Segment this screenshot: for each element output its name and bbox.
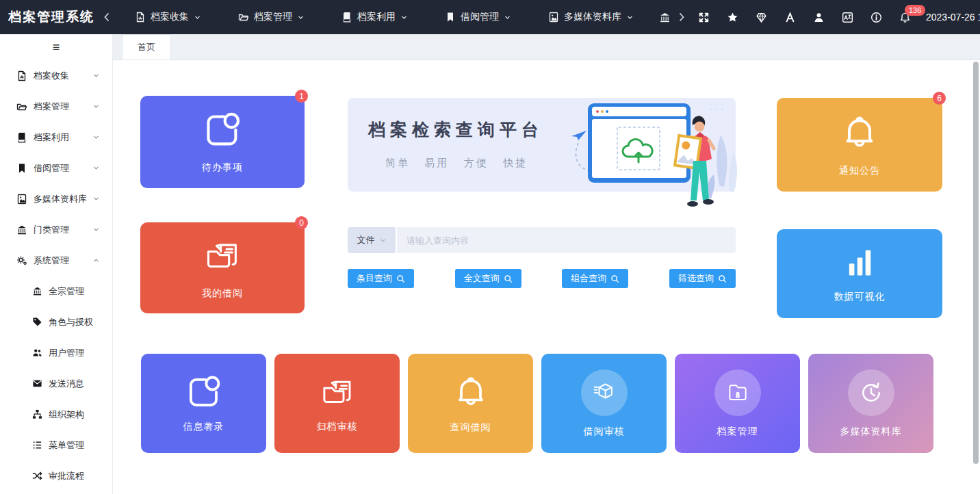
menu-label: 档案利用 — [357, 11, 396, 23]
icon-circle — [581, 369, 628, 416]
todo-items-card[interactable]: 待办事项 1 — [140, 96, 305, 188]
notice-announcement-card[interactable]: 通知公告 6 — [777, 98, 942, 192]
search-input[interactable] — [397, 227, 736, 253]
folder-lock-icon — [724, 379, 751, 406]
folder-open-icon — [16, 101, 27, 112]
main-menu: 档案收集 档案管理 档案利用 借阅管理 多媒体资料库 — [116, 0, 672, 34]
media-file-icon — [548, 12, 559, 23]
chevron-down-icon — [92, 72, 100, 79]
shortcut-info-entry[interactable]: 信息著录 — [141, 354, 266, 453]
sidebar-item-multimedia[interactable]: 多媒体资料库 — [0, 183, 112, 214]
menu-borrow-manage[interactable]: 借阅管理 — [426, 0, 530, 34]
list-icon — [32, 440, 42, 450]
sidebar-item-archive-collect[interactable]: 档案收集 — [0, 60, 112, 91]
my-borrow-card[interactable]: 我的借阅 0 — [140, 222, 305, 313]
sidebar-item-send-message[interactable]: 发送消息 — [0, 368, 112, 399]
chevron-down-icon — [400, 14, 408, 21]
menu-scroll-left-button[interactable] — [97, 12, 116, 23]
bank-icon — [659, 12, 671, 23]
menu-label: 档案收集 — [151, 11, 189, 23]
scrollbar-thumb[interactable] — [973, 62, 979, 464]
search-icon — [396, 274, 405, 283]
data-visualization-card[interactable]: 数据可视化 — [777, 229, 942, 318]
book-icon — [341, 12, 352, 23]
chevron-up-icon — [92, 257, 100, 264]
chevron-down-icon — [92, 226, 100, 233]
chevron-down-icon — [194, 14, 201, 21]
sidebar-item-category-manage[interactable]: 门类管理 — [0, 214, 112, 245]
sidebar-item-borrow-manage[interactable]: 借阅管理 — [0, 153, 112, 183]
menu-category-partial[interactable] — [652, 0, 672, 34]
todo-icon — [201, 111, 244, 151]
translate-icon — [842, 12, 853, 23]
favorite-button[interactable] — [727, 12, 738, 23]
gem-icon — [756, 12, 767, 23]
mail-icon — [32, 378, 42, 389]
entry-search-button[interactable]: 条目查询 — [348, 269, 414, 288]
sidebar-collapse-toggle[interactable]: ≡ — [0, 34, 112, 60]
top-navbar: 档案管理系统 档案收集 档案管理 档案利用 借阅管理 — [0, 0, 980, 34]
sidebar-item-user-manage[interactable]: 用户管理 — [0, 337, 112, 368]
shortcut-archive-manage[interactable]: 档案管理 — [675, 354, 800, 453]
banner-title: 档案检索查询平台 — [368, 118, 543, 141]
menu-multimedia[interactable]: 多媒体资料库 — [530, 0, 652, 34]
chevron-down-icon — [92, 195, 100, 203]
search-icon — [504, 274, 513, 283]
archive-management-app: 档案管理系统 档案收集 档案管理 档案利用 借阅管理 — [0, 0, 980, 494]
sidebar-item-archive-manage[interactable]: 档案管理 — [0, 91, 112, 122]
todo-count-badge: 1 — [295, 90, 308, 103]
fullscreen-button[interactable] — [698, 12, 710, 23]
theme-button[interactable] — [756, 12, 767, 23]
notifications-button[interactable]: 136 — [899, 12, 911, 23]
language-button[interactable] — [842, 12, 853, 23]
search-category-select[interactable]: 文件 — [348, 227, 397, 253]
chevron-right-icon — [676, 12, 687, 23]
folder-doc-icon — [201, 237, 244, 276]
banner-illustration — [567, 99, 740, 217]
search-icon — [718, 274, 727, 283]
search-platform-banner[interactable]: 档案检索查询平台 简单 易用 方便 快捷 — [348, 98, 736, 192]
profile-button[interactable] — [813, 12, 825, 23]
history-icon — [858, 379, 885, 406]
menu-archive-use[interactable]: 档案利用 — [323, 0, 426, 34]
chevron-down-icon — [297, 14, 305, 21]
gears-icon — [16, 255, 27, 266]
sidebar-item-fonds-manage[interactable]: 全宗管理 — [0, 276, 112, 307]
tab-home[interactable]: 首页 — [122, 34, 171, 60]
shortcut-borrow-review[interactable]: 借阅审核 — [541, 354, 667, 453]
fulltext-search-button[interactable]: 全文查询 — [455, 269, 521, 288]
notification-count-badge: 136 — [905, 5, 925, 16]
font-size-button[interactable] — [784, 12, 796, 23]
banner-subtitle: 简单 易用 方便 快捷 — [385, 157, 528, 170]
shortcut-multimedia-library[interactable]: 多媒体资料库 — [808, 354, 933, 453]
star-icon — [727, 12, 738, 23]
search-icon — [610, 274, 619, 283]
folder-doc-icon — [317, 374, 358, 411]
chevron-down-icon — [504, 14, 511, 21]
menu-scroll-right-button[interactable] — [672, 12, 691, 23]
menu-archive-collect[interactable]: 档案收集 — [116, 0, 220, 34]
file-icon — [16, 70, 27, 81]
filter-search-button[interactable]: 筛选查询 — [669, 269, 736, 288]
combined-search-button[interactable]: 组合查询 — [562, 269, 628, 288]
sidebar-item-archive-use[interactable]: 档案利用 — [0, 122, 112, 153]
sidebar-item-menu-manage[interactable]: 菜单管理 — [0, 430, 112, 460]
shortcut-archive-review[interactable]: 归档审核 — [274, 354, 400, 453]
bookmark-icon — [445, 12, 456, 23]
hamburger-icon: ≡ — [53, 40, 60, 55]
folder-open-icon — [238, 12, 249, 23]
sidebar-item-roles-auth[interactable]: 角色与授权 — [0, 307, 112, 337]
info-icon — [871, 12, 882, 23]
sidebar-item-system-manage[interactable]: 系统管理 — [0, 245, 112, 276]
sidebar-item-approval-flow[interactable]: 审批流程 — [0, 460, 112, 491]
vertical-scrollbar[interactable] — [972, 60, 979, 494]
users-icon — [32, 348, 42, 358]
about-button[interactable] — [871, 12, 882, 23]
menu-archive-manage[interactable]: 档案管理 — [220, 0, 323, 34]
sidebar-item-org-structure[interactable]: 组织架构 — [0, 399, 112, 430]
shortcut-query-borrow[interactable]: 查询借阅 — [408, 354, 533, 453]
search-bar: 文件 — [348, 227, 736, 253]
chevron-down-icon — [626, 14, 634, 21]
bank-icon — [16, 224, 27, 235]
icon-circle — [848, 369, 894, 416]
